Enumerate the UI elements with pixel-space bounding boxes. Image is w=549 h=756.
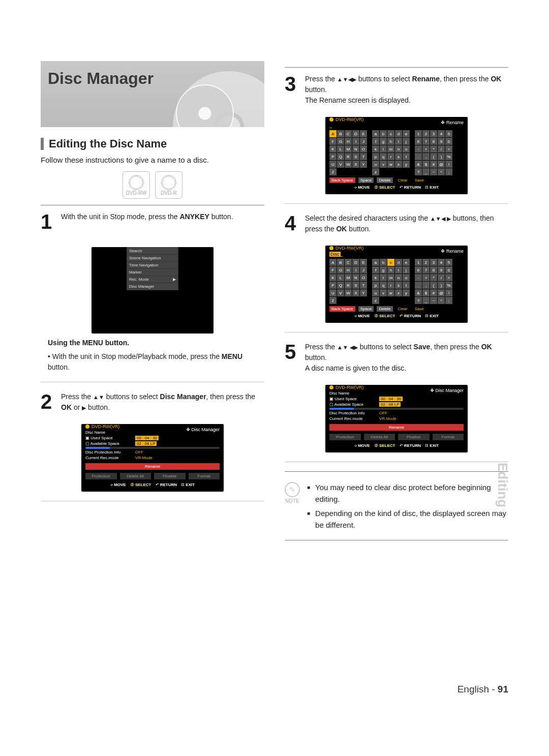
- osd-menu-item: Time Navigation: [127, 262, 178, 269]
- osd-title: Disc Manager: [430, 388, 464, 393]
- key-cell: e: [403, 130, 410, 137]
- section-lead: Follow these instructions to give a name…: [41, 156, 264, 164]
- key-cell: I: [352, 266, 359, 274]
- disc-manager-banner: Disc Manager: [41, 61, 264, 127]
- key-cell: D: [352, 130, 359, 137]
- badge-dvd-rw: DVD-RW: [123, 171, 150, 199]
- key-cell: %: [445, 282, 452, 289]
- key-cell: P: [329, 282, 337, 289]
- key-cell: E: [360, 130, 367, 137]
- key-cell: f: [372, 138, 379, 145]
- osd-button: Rename: [329, 424, 464, 431]
- key-cell: 2: [422, 130, 430, 137]
- step-text: With the unit in Stop mode, press the: [61, 213, 179, 221]
- key-cell: ,: [422, 153, 430, 160]
- badge-label: DVD-R: [161, 190, 177, 196]
- osd-menu-item: Search: [127, 248, 178, 255]
- key-cell: U: [329, 289, 337, 296]
- badge-label: DVD-RW: [126, 190, 147, 196]
- key-cell: g: [380, 266, 387, 274]
- key-cell: F: [329, 138, 337, 145]
- key-cell: &: [415, 161, 422, 168]
- section-bar-icon: [41, 138, 44, 150]
- key-cell: v: [380, 289, 387, 296]
- key-cell: 0: [445, 266, 452, 274]
- key-cell: 3: [430, 130, 437, 137]
- key-cell: E: [360, 259, 367, 266]
- key-cell: ^: [438, 297, 445, 304]
- key-cell: v: [380, 161, 387, 168]
- key-cell: G: [337, 138, 344, 145]
- key-cell: W: [345, 289, 352, 296]
- osd-button: Delete All: [364, 434, 395, 440]
- key-cell: J: [360, 138, 367, 145]
- key-cell: *: [430, 145, 437, 153]
- key-cell: .: [415, 282, 422, 289]
- key-cell: j: [403, 138, 410, 145]
- key-cell: =: [445, 274, 452, 281]
- key-cell: 5: [445, 130, 452, 137]
- osd-fn: Save: [413, 177, 426, 183]
- key-cell: k: [372, 274, 379, 281]
- key-cell: w: [387, 289, 394, 296]
- step-number: 4: [285, 213, 299, 234]
- key-cell: d: [395, 130, 402, 137]
- key-cell: !: [445, 289, 452, 296]
- key-cell: 5: [445, 259, 452, 266]
- key-cell: M: [345, 274, 352, 281]
- key-cell: a: [372, 259, 379, 266]
- key-cell: 8: [430, 138, 437, 145]
- osd-fn: Space: [358, 177, 374, 183]
- osd-fn: Delete: [377, 177, 392, 183]
- key-cell: c: [387, 259, 394, 266]
- banner-title: Disc Manager: [48, 69, 154, 88]
- side-tab: Editing: [495, 463, 510, 507]
- key-cell: m: [387, 145, 394, 153]
- key-cell: ?: [415, 168, 422, 175]
- key-cell: ~: [430, 168, 437, 175]
- key-cell: ,: [422, 282, 430, 289]
- key-cell: +: [422, 145, 430, 153]
- key-cell: #: [430, 289, 437, 296]
- key-cell: R: [345, 153, 352, 160]
- key-cell: ): [438, 282, 445, 289]
- key-cell: x: [395, 161, 402, 168]
- osd-menu-item: Scene Navigation: [127, 255, 178, 262]
- key-cell: u: [372, 289, 379, 296]
- key-cell: X: [352, 161, 359, 168]
- key-cell: A: [329, 259, 337, 266]
- key-cell: f: [372, 266, 379, 274]
- key-cell: x: [395, 289, 402, 296]
- key-cell: m: [387, 274, 394, 281]
- key-cell: B: [337, 130, 344, 137]
- key-cell: b: [380, 130, 387, 137]
- osd-fn: Clear: [396, 177, 410, 183]
- key-cell: o: [403, 145, 410, 153]
- key-cell: K: [329, 274, 337, 281]
- key-cell: a: [372, 130, 379, 137]
- note-item: Depending on the kind of disc, the displ…: [307, 508, 508, 531]
- key-cell: /: [438, 274, 445, 281]
- step-bold: ANYKEY: [179, 213, 209, 221]
- key-cell: L: [337, 145, 344, 153]
- disc-badges: DVD-RW DVD-R: [41, 171, 264, 199]
- key-cell: *: [430, 274, 437, 281]
- key-cell: U: [329, 161, 337, 168]
- note-label: NOTE: [285, 498, 299, 504]
- key-cell: O: [360, 274, 367, 281]
- key-cell: 8: [430, 266, 437, 274]
- osd-title: Rename: [441, 120, 464, 125]
- key-cell: p: [372, 282, 379, 289]
- key-cell: ~: [430, 297, 437, 304]
- key-cell: $: [422, 289, 430, 296]
- osd-button: Finalise: [398, 434, 430, 440]
- key-cell: T: [360, 282, 367, 289]
- sub-heading: Using the MENU button.: [48, 339, 129, 347]
- key-cell: 4: [438, 259, 445, 266]
- key-cell: 1: [415, 130, 422, 137]
- step-5: 5 Press the ▲▼ ◀▶ buttons to select Save…: [285, 342, 508, 374]
- key-cell: n: [395, 145, 402, 153]
- key-cell: F: [329, 266, 337, 274]
- sub-bullet: With the unit in Stop mode/Playback mode…: [48, 351, 264, 373]
- key-cell: R: [345, 282, 352, 289]
